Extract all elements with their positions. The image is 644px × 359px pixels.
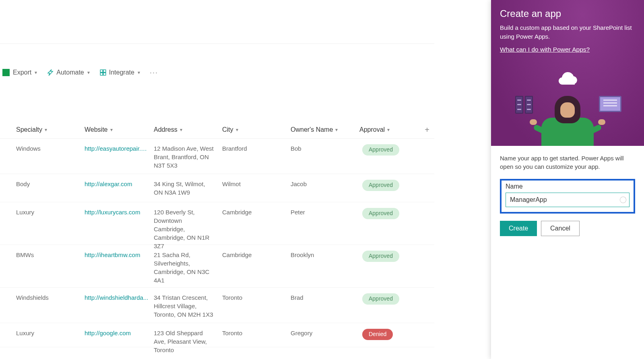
cell-specialty: Luxury (16, 208, 76, 216)
panel-actions: Create Cancel (500, 221, 635, 236)
column-label: Approval (359, 126, 385, 133)
chevron-down-icon: ▾ (236, 127, 238, 133)
svg-rect-2 (100, 73, 103, 75)
cell-city: Wilmot (222, 180, 283, 188)
approval-badge: Approved (362, 251, 399, 262)
table-row[interactable]: Windshieldshttp://windshieldharda...34 T… (0, 288, 434, 323)
automate-icon (47, 69, 54, 76)
column-label: Website (85, 126, 108, 133)
add-column-button[interactable]: + (422, 121, 432, 139)
create-button[interactable]: Create (500, 221, 537, 236)
cell-specialty: Windshields (16, 293, 76, 302)
cell-specialty: Body (16, 180, 76, 188)
power-apps-help-link[interactable]: What can I do with Power Apps? (500, 46, 590, 53)
approval-badge: Approved (362, 180, 399, 191)
automate-menu[interactable]: Automate ▾ (47, 69, 89, 76)
chevron-down-icon: ▾ (335, 127, 338, 133)
column-headers: Specialty▾ Website▾ Address▾ City▾ Owner… (0, 121, 434, 139)
cell-address: 21 Sacha Rd, Silverheights, Cambridge, O… (154, 251, 214, 284)
cell-address: 123 Old Sheppard Ave, Pleasant View, Tor… (154, 329, 214, 354)
cell-owner: Peter (291, 208, 351, 216)
person-illustration (527, 93, 608, 146)
svg-rect-1 (103, 70, 105, 72)
name-field-group: Name (500, 179, 635, 214)
cell-approval: Approved (362, 180, 423, 191)
export-label: Export (13, 69, 31, 76)
cell-website-link[interactable]: http://google.com (85, 329, 149, 337)
cell-website-link[interactable]: http://luxurycars.com (85, 208, 149, 216)
divider (0, 44, 434, 44)
create-app-panel: Create an app Build a custom app based o… (491, 0, 644, 359)
cell-specialty: BMWs (16, 251, 76, 259)
chevron-down-icon: ▾ (138, 70, 140, 75)
app-name-input[interactable] (506, 193, 630, 207)
cell-owner: Gregory (291, 329, 351, 337)
cell-city: Brantford (222, 144, 283, 153)
column-header-specialty[interactable]: Specialty▾ (16, 121, 80, 139)
approval-badge: Approved (362, 144, 399, 156)
automate-label: Automate (56, 69, 84, 76)
cell-specialty: Windows (16, 144, 76, 153)
table-row[interactable]: Bodyhttp://alexgar.com34 King St, Wilmot… (0, 174, 434, 202)
chevron-down-icon: ▾ (387, 127, 390, 133)
svg-rect-0 (100, 70, 103, 72)
chevron-down-icon: ▾ (45, 127, 47, 133)
column-header-website[interactable]: Website▾ (85, 121, 149, 139)
column-header-approval[interactable]: Approval▾ (359, 121, 424, 139)
chevron-down-icon: ▾ (110, 127, 113, 133)
cancel-button[interactable]: Cancel (541, 221, 580, 236)
approval-badge: Denied (362, 329, 393, 340)
panel-helper-text: Name your app to get started. Power Apps… (500, 154, 635, 171)
ellipsis-icon: ··· (150, 68, 158, 77)
command-bar: Export ▾ Automate ▾ Integrate ▾ ··· (0, 64, 434, 81)
cell-owner: Bob (291, 144, 351, 153)
cloud-icon (555, 72, 580, 88)
cell-approval: Approved (362, 144, 423, 156)
panel-description: Build a custom app based on your SharePo… (500, 23, 635, 41)
cell-address: 34 Tristan Crescent, Hillcrest Village, … (154, 293, 214, 319)
cell-address: 12 Madison Ave, West Brant, Brantford, O… (154, 144, 214, 170)
cell-approval: Approved (362, 251, 423, 262)
panel-title: Create an app (500, 8, 635, 19)
cell-website-link[interactable]: http://easyautorepair.c... (85, 144, 149, 153)
cell-owner: Brooklyn (291, 251, 351, 259)
column-label: Owner's Name (291, 126, 333, 133)
table-body: Windowshttp://easyautorepair.c...12 Madi… (0, 139, 434, 359)
table-row[interactable]: BMWshttp://iheartbmw.com21 Sacha Rd, Sil… (0, 245, 434, 288)
integrate-icon (99, 69, 107, 76)
cell-approval: Approved (362, 208, 423, 219)
cell-website-link[interactable]: http://iheartbmw.com (85, 251, 149, 259)
column-header-owner[interactable]: Owner's Name▾ (291, 121, 355, 139)
panel-illustration (491, 69, 644, 146)
cell-approval: Approved (362, 293, 423, 305)
table-row[interactable]: Luxuryhttp://google.com123 Old Sheppard … (0, 323, 434, 347)
cell-address: 34 King St, Wilmot, ON N3A 1W9 (154, 180, 214, 197)
column-label: Address (154, 126, 178, 133)
column-header-city[interactable]: City▾ (222, 121, 287, 139)
cell-specialty: Luxury (16, 329, 76, 337)
integrate-label: Integrate (109, 69, 134, 76)
cell-city: Cambridge (222, 251, 283, 259)
svg-rect-3 (103, 73, 105, 75)
table-row[interactable]: Luxuryhttp://luxurycars.com120 Beverly S… (0, 202, 434, 245)
export-icon (2, 69, 10, 76)
panel-header: Create an app Build a custom app based o… (491, 0, 644, 146)
chevron-down-icon: ▾ (35, 70, 37, 75)
export-menu[interactable]: Export ▾ (2, 69, 37, 76)
approval-badge: Approved (362, 293, 399, 305)
column-header-address[interactable]: Address▾ (154, 121, 218, 139)
cell-owner: Jacob (291, 180, 351, 188)
cell-city: Cambridge (222, 208, 283, 216)
column-label: City (222, 126, 233, 133)
table-row[interactable]: Windowshttp://easyautorepair.c...12 Madi… (0, 139, 434, 174)
spinner-icon (620, 197, 626, 203)
more-actions[interactable]: ··· (150, 68, 158, 77)
integrate-menu[interactable]: Integrate ▾ (99, 69, 140, 76)
cell-website-link[interactable]: http://alexgar.com (85, 180, 149, 188)
list-view: Export ▾ Automate ▾ Integrate ▾ ··· Spec… (0, 0, 434, 359)
panel-body: Name your app to get started. Power Apps… (491, 146, 644, 244)
cell-website-link[interactable]: http://windshieldharda... (85, 293, 149, 302)
cell-city: Toronto (222, 293, 283, 302)
chevron-down-icon: ▾ (180, 127, 182, 133)
approval-badge: Approved (362, 208, 399, 219)
